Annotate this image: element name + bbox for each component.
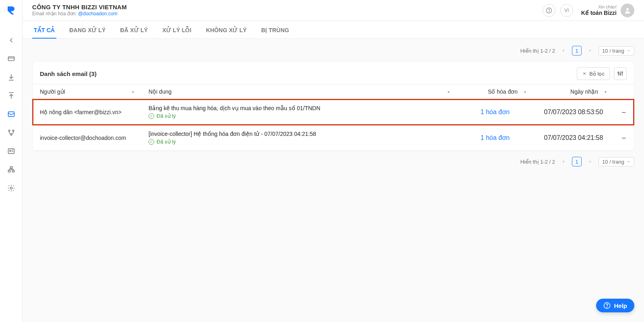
chevron-down-icon	[627, 49, 631, 53]
svg-point-24	[607, 307, 607, 307]
company-name: CÔNG TY TNHH BIZZI VIETNAM	[32, 4, 127, 11]
gear-icon[interactable]	[3, 180, 19, 196]
per-page-select[interactable]: 10 / trang	[599, 157, 634, 166]
svg-rect-10	[10, 167, 12, 168]
close-icon	[582, 71, 587, 76]
svg-rect-12	[12, 170, 14, 172]
svg-point-5	[10, 134, 12, 135]
svg-rect-0	[8, 57, 14, 61]
check-circle-icon: ✓	[149, 113, 154, 119]
branch-icon[interactable]	[3, 125, 19, 141]
cell-date: 07/07/2023 08:53:50	[533, 99, 614, 125]
cell-sender: invoice-collector@dochoadon.com	[33, 125, 141, 151]
per-page-select[interactable]: 10 / trang	[599, 46, 634, 55]
col-sender[interactable]: Người gửi▾	[33, 84, 141, 99]
app-logo	[6, 5, 17, 16]
row-subject: Bảng kê thu mua hàng hóa, dịch vụ mua và…	[149, 105, 450, 111]
row-subject: [invoice-collector] Hệ thống hóa đơn điệ…	[149, 131, 450, 137]
sliders-icon	[617, 70, 623, 77]
svg-point-22	[621, 72, 623, 73]
page-number[interactable]: 1	[572, 46, 582, 55]
tab-processing[interactable]: ĐANG XỬ LÝ	[68, 22, 107, 38]
tab-not-processed[interactable]: KHÔNG XỬ LÝ	[204, 22, 248, 38]
topbar: CÔNG TY TNHH BIZZI VIETNAM Email nhận hó…	[23, 0, 644, 21]
prev-page-button[interactable]	[559, 46, 568, 55]
help-circle-icon	[603, 302, 611, 309]
user-name: Kế toán Bizzi	[581, 10, 617, 16]
filter-settings-button[interactable]	[614, 67, 627, 80]
cell-content: Bảng kê thu mua hàng hóa, dịch vụ mua và…	[141, 99, 457, 125]
tab-duplicate[interactable]: BỊ TRÙNG	[260, 22, 291, 38]
table-row[interactable]: Hộ nông dân <farmer@bizzi.vn> Bảng kê th…	[33, 99, 634, 125]
main-area: CÔNG TY TNHH BIZZI VIETNAM Email nhận hó…	[23, 0, 644, 322]
prev-page-button[interactable]	[559, 157, 568, 166]
email-table: Người gửi▾ Nội dung▾ Số hóa đơn▾ Ngày nh…	[33, 84, 634, 151]
inbox-icon[interactable]	[3, 106, 19, 122]
col-received[interactable]: Ngày nhận▾	[533, 84, 614, 99]
cell-date: 07/07/2023 04:21:58	[533, 125, 614, 151]
card-icon[interactable]	[3, 51, 19, 67]
cell-actions: –	[614, 125, 634, 151]
tab-all[interactable]: TẤT CẢ	[32, 22, 56, 38]
caret-down-icon: ▾	[132, 90, 134, 94]
topbar-right: VI Xin chào! Kế toán Bizzi	[543, 4, 634, 17]
svg-point-3	[8, 130, 10, 131]
cell-content: [invoice-collector] Hệ thống hóa đơn điệ…	[141, 125, 457, 151]
svg-rect-11	[8, 170, 10, 172]
svg-point-15	[549, 11, 549, 12]
pager-bottom: Hiển thị 1-2 / 2 1 10 / trang	[32, 157, 634, 166]
svg-point-20	[618, 72, 619, 74]
next-page-button[interactable]	[586, 46, 594, 55]
download-icon[interactable]	[3, 69, 19, 85]
help-widget[interactable]: Help	[596, 299, 634, 312]
pager-top: Hiển thị 1-2 / 2 1 10 / trang	[32, 46, 634, 55]
sidebar	[0, 0, 23, 322]
cell-sender: Hộ nông dân <farmer@bizzi.vn>	[33, 99, 141, 125]
caret-down-icon: ▾	[605, 90, 607, 94]
svg-point-13	[10, 187, 12, 189]
id-card-icon[interactable]	[3, 143, 19, 159]
svg-point-21	[620, 74, 621, 75]
tab-error[interactable]: XỬ LÝ LỖI	[161, 22, 193, 38]
panel-title: Danh sách email (3)	[40, 70, 97, 77]
org-icon[interactable]	[3, 162, 19, 178]
avatar	[621, 4, 634, 17]
content: Hiển thị 1-2 / 2 1 10 / trang Danh sách …	[23, 39, 644, 322]
col-invoice-count[interactable]: Số hóa đơn▾	[457, 84, 533, 99]
clear-filter-button[interactable]: Bỏ lọc	[577, 67, 610, 80]
pager-showing: Hiển thị 1-2 / 2	[520, 159, 555, 165]
svg-rect-2	[8, 112, 14, 117]
next-page-button[interactable]	[586, 157, 594, 166]
upload-icon[interactable]	[3, 88, 19, 104]
invoice-email-line: Email nhận hóa đơn: @dochoadon.com	[32, 11, 127, 17]
tab-processed[interactable]: ĐÃ XỬ LÝ	[119, 22, 150, 38]
email-panel: Danh sách email (3) Bỏ lọc	[32, 61, 634, 151]
invoice-link[interactable]: 1 hóa đơn	[481, 109, 510, 115]
col-content[interactable]: Nội dung▾	[141, 84, 457, 99]
cell-actions: –	[614, 99, 634, 125]
locale-button[interactable]: VI	[560, 4, 573, 17]
caret-down-icon: ▾	[524, 90, 526, 94]
back-icon[interactable]	[3, 32, 19, 48]
user-menu[interactable]: Xin chào! Kế toán Bizzi	[578, 4, 634, 17]
check-circle-icon: ✓	[149, 139, 154, 145]
caret-down-icon: ▾	[448, 90, 450, 94]
svg-point-4	[12, 130, 14, 131]
invoice-email-value: @dochoadon.com	[78, 11, 118, 16]
greeting: Xin chào!	[581, 4, 617, 10]
pager-showing: Hiển thị 1-2 / 2	[520, 48, 555, 54]
tabs: TẤT CẢ ĐANG XỬ LÝ ĐÃ XỬ LÝ XỬ LÝ LỖI KHÔ…	[23, 21, 644, 39]
row-status: ✓ Đã xử lý	[149, 139, 450, 145]
col-actions	[614, 84, 634, 99]
invoice-link[interactable]: 1 hóa đơn	[481, 134, 510, 141]
help-icon[interactable]	[543, 4, 555, 17]
svg-rect-6	[8, 149, 14, 154]
company-block: CÔNG TY TNHH BIZZI VIETNAM Email nhận hó…	[32, 4, 127, 17]
cell-invoice: 1 hóa đơn	[457, 99, 533, 125]
svg-point-7	[9, 150, 10, 152]
panel-header: Danh sách email (3) Bỏ lọc	[33, 62, 634, 84]
cell-invoice: 1 hóa đơn	[457, 125, 533, 151]
table-row[interactable]: invoice-collector@dochoadon.com [invoice…	[33, 125, 634, 151]
page-number[interactable]: 1	[572, 157, 582, 166]
svg-point-16	[626, 8, 629, 10]
